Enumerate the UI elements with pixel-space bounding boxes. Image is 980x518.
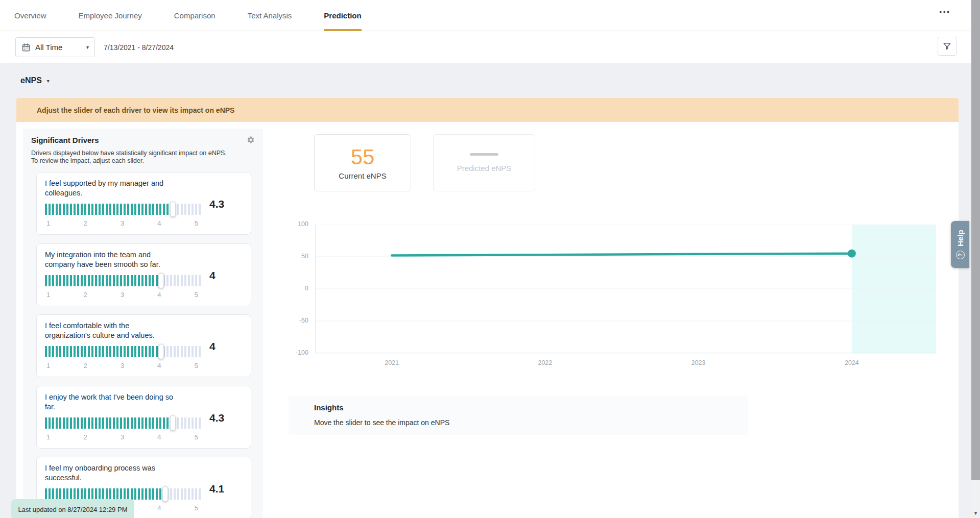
driver-slider[interactable] bbox=[45, 415, 200, 431]
slider-tick bbox=[74, 488, 76, 500]
slider-tick bbox=[91, 346, 93, 357]
slider-tick bbox=[124, 417, 126, 429]
scale-label: 1 bbox=[46, 362, 50, 369]
scale-label: 5 bbox=[195, 433, 198, 441]
slider-tick bbox=[95, 275, 97, 286]
slider-tick bbox=[127, 417, 129, 429]
help-tab[interactable]: ? Help bbox=[951, 221, 969, 268]
slider-tick bbox=[124, 346, 126, 357]
driver-slider[interactable] bbox=[45, 273, 200, 288]
scrollbar-thumb[interactable] bbox=[971, 0, 980, 480]
slider-tick bbox=[170, 346, 172, 357]
slider-handle[interactable] bbox=[170, 415, 176, 431]
slider-tick bbox=[109, 488, 111, 500]
tab-prediction[interactable]: Prediction bbox=[324, 0, 361, 31]
slider-tick bbox=[49, 204, 51, 215]
scale-label: 4 bbox=[157, 362, 161, 369]
filter-button[interactable] bbox=[938, 37, 957, 56]
instruction-banner: Adjust the slider of each driver to view… bbox=[16, 98, 959, 122]
slider-handle[interactable] bbox=[170, 202, 176, 217]
slider-tick bbox=[88, 488, 90, 500]
tab-text-analysis[interactable]: Text Analysis bbox=[248, 0, 292, 31]
enps-line bbox=[392, 254, 852, 256]
slider-tick bbox=[156, 346, 158, 357]
slider-tick bbox=[113, 488, 115, 500]
scale-label: 1 bbox=[46, 433, 50, 441]
slider-tick bbox=[195, 417, 197, 429]
time-range-select[interactable]: All Time ▾ bbox=[15, 37, 95, 57]
slider-scale-labels: 12345 bbox=[45, 219, 200, 227]
slider-tick bbox=[88, 417, 90, 429]
prediction-page: eNPS ▾ Adjust the slider of each driver … bbox=[0, 64, 980, 518]
slider-ticks bbox=[45, 275, 201, 286]
chevron-down-icon: ▾ bbox=[86, 44, 89, 50]
slider-tick bbox=[145, 488, 147, 500]
predicted-enps-placeholder-dash bbox=[470, 153, 498, 156]
slider-tick bbox=[131, 417, 133, 429]
slider-tick bbox=[66, 488, 68, 500]
slider-tick bbox=[109, 346, 111, 357]
slider-handle[interactable] bbox=[158, 273, 164, 288]
scale-label: 3 bbox=[121, 291, 124, 299]
slider-tick bbox=[141, 417, 144, 429]
slider-tick bbox=[192, 346, 194, 357]
slider-tick bbox=[84, 275, 86, 286]
slider-tick bbox=[45, 488, 47, 500]
slider-tick bbox=[95, 346, 97, 357]
slider-tick bbox=[106, 488, 108, 500]
slider-tick bbox=[59, 275, 61, 286]
slider-tick bbox=[63, 204, 65, 215]
slider-tick bbox=[113, 204, 115, 215]
slider-tick bbox=[199, 346, 201, 357]
slider-tick bbox=[49, 417, 51, 429]
slider-tick bbox=[77, 488, 79, 500]
slider-tick bbox=[163, 417, 165, 429]
driver-slider[interactable] bbox=[45, 202, 200, 217]
funnel-icon bbox=[943, 42, 951, 51]
settings-gear-icon[interactable] bbox=[247, 136, 255, 146]
tab-employee-journey[interactable]: Employee Journey bbox=[79, 0, 142, 31]
scroll-down-arrow[interactable]: ▾ bbox=[971, 510, 980, 516]
slider-tick bbox=[63, 417, 65, 429]
last-updated-tooltip: Last updated on 8/27/2024 12:29 PM bbox=[11, 499, 134, 518]
slider-tick bbox=[174, 275, 176, 286]
slider-tick bbox=[70, 204, 72, 215]
slider-tick bbox=[195, 346, 197, 357]
slider-tick bbox=[49, 488, 51, 500]
slider-tick bbox=[106, 204, 108, 215]
slider-tick bbox=[66, 346, 68, 357]
slider-handle[interactable] bbox=[162, 486, 168, 502]
slider-tick bbox=[84, 488, 86, 500]
metric-selector[interactable]: eNPS ▾ bbox=[20, 76, 50, 85]
slider-tick bbox=[141, 204, 144, 215]
driver-slider[interactable] bbox=[45, 344, 200, 359]
slider-tick bbox=[195, 275, 197, 286]
slider-tick bbox=[99, 488, 101, 500]
slider-tick bbox=[149, 417, 151, 429]
slider-tick bbox=[102, 488, 104, 500]
last-updated-text: Last updated on 8/27/2024 12:29 PM bbox=[18, 506, 128, 513]
slider-tick bbox=[138, 417, 140, 429]
slider-tick bbox=[177, 204, 179, 215]
slider-tick bbox=[149, 488, 151, 500]
slider-tick bbox=[199, 204, 201, 215]
slider-tick bbox=[88, 204, 90, 215]
x-axis-tick-label: 2024 bbox=[845, 359, 859, 366]
more-menu-button[interactable]: ⋯ bbox=[939, 6, 950, 17]
slider-tick bbox=[152, 417, 154, 429]
slider-tick bbox=[134, 488, 136, 500]
current-enps-card: 55 Current eNPS bbox=[314, 134, 411, 191]
page-scrollbar: ▾ bbox=[971, 0, 980, 518]
slider-tick bbox=[166, 275, 169, 286]
slider-ticks bbox=[45, 488, 201, 500]
tab-overview[interactable]: Overview bbox=[14, 0, 46, 31]
slider-tick bbox=[59, 204, 61, 215]
slider-tick bbox=[138, 204, 140, 215]
prediction-panel: Adjust the slider of each driver to view… bbox=[16, 98, 959, 518]
driver-question: I feel supported by my manager and colle… bbox=[45, 179, 243, 198]
tab-comparison[interactable]: Comparison bbox=[174, 0, 216, 31]
scale-label: 1 bbox=[46, 219, 50, 227]
slider-tick bbox=[124, 275, 126, 286]
slider-handle[interactable] bbox=[158, 344, 164, 359]
slider-tick bbox=[56, 488, 58, 500]
